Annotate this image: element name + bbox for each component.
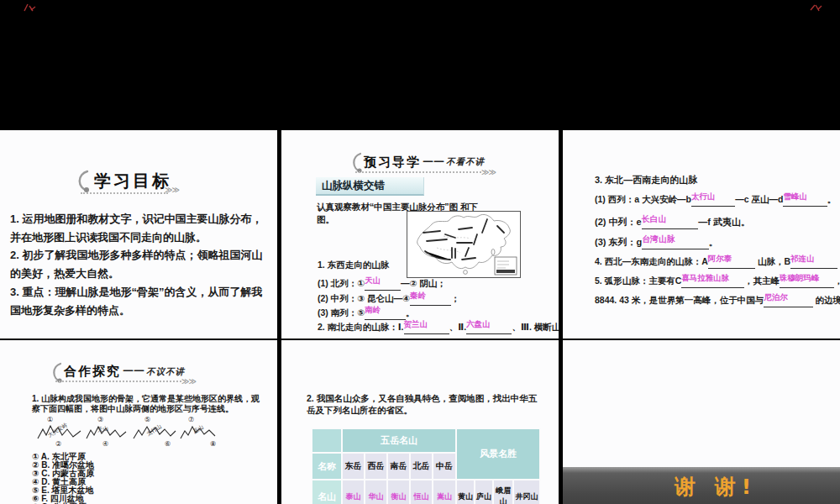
table-cell: 北岳 <box>411 454 432 479</box>
question-line: (2) 中列：③ 昆仑山—④秦岭； <box>318 293 459 306</box>
answer-text: 贺兰山 <box>404 319 428 328</box>
thanks-text: 谢 谢! <box>563 473 840 501</box>
objective-item: 2. 初步了解我国地形多种多样的特点；领略祖国河山的美好，热爱大自然。 <box>10 246 268 282</box>
q-text: —c 巫山—d <box>735 194 783 204</box>
q-text: 。 <box>827 194 837 204</box>
q-text: 2. 南北走向的山脉：Ⅰ. <box>318 322 404 332</box>
chevrons-icon: ≫≫ <box>165 186 179 194</box>
table-cell: 庐山 <box>475 480 492 504</box>
answer-blank: 长白山 <box>642 217 699 229</box>
answer-text: 太行山 <box>691 192 715 201</box>
title-subtitle: 不议不讲 <box>146 366 185 378</box>
answer-text: 雪峰山 <box>783 192 806 201</box>
q-text: (3) 东列：g <box>595 237 642 247</box>
question-line: (3) 南列：⑤南岭。 <box>318 307 415 320</box>
question-line: 5. 弧形山脉：主要有C喜马拉雅山脉，其主峰珠穆朗玛峰，海拔 <box>595 276 840 288</box>
answer-blank: 贺兰山 <box>404 322 449 334</box>
q-text: ； <box>451 293 460 303</box>
page-title: 预习导学 <box>364 155 421 171</box>
slide-page-4: 合作探究 —— 不议不讲 ≫≫ 1. 山脉构成我国地形的骨架，它通常是某些地形区… <box>0 340 277 504</box>
answer-text: 长白山 <box>642 214 667 223</box>
question-line: 2. 南北走向的山脉：Ⅰ.贺兰山、Ⅱ.六盘山、Ⅲ. 横断山脉。 <box>318 322 559 334</box>
table-cell: 峨眉山 <box>494 480 512 504</box>
q-text: (1) 西列：a 大兴安岭—b <box>595 194 691 204</box>
slide-page-1: 学习目标 ≫≫ 1. 运用地图册和教材文字，识记中国主要山脉分布，并在地形图上识… <box>0 130 277 339</box>
answer-blank: 阿尔泰 <box>708 256 755 269</box>
answer-text: 南岭 <box>365 305 381 314</box>
title-subtitle: 不看不讲 <box>446 156 485 168</box>
table-answer-cell: 衡山 <box>388 480 409 504</box>
answer-blank: 台湾山脉 <box>642 237 709 249</box>
answer-text: 六盘山 <box>466 319 490 328</box>
table-answer-cell: 华山 <box>365 480 386 504</box>
answer-blank: 太行山 <box>691 194 735 207</box>
table-group-header: 五岳名山 <box>343 429 455 452</box>
table-cell: 西岳 <box>365 454 386 479</box>
q-text: 、Ⅱ. <box>449 322 466 332</box>
q-text: ，其主峰 <box>744 276 780 286</box>
table-cell: 中岳 <box>433 454 455 479</box>
table-cell: 南岳 <box>388 454 409 479</box>
circled-number: ② <box>55 440 61 448</box>
mountain-figure: ⑤ 太行山 ⑥ <box>133 416 181 449</box>
q-text: 山脉，B <box>755 256 790 266</box>
mountains-table: 五岳名山 风景名胜 名称 东岳 西岳 南岳 北岳 中岳 名山 泰山 华山 衡山 … <box>311 428 541 504</box>
question-line: (3) 东列：g台湾山脉。 <box>595 236 718 249</box>
objective-item: 1. 运用地图册和教材文字，识记中国主要山脉分布，并在地形图上识读我国不同走向的… <box>10 210 268 246</box>
q-text: 的边境上。 <box>813 295 840 305</box>
table-cell: 东岳 <box>343 454 364 479</box>
circled-number: ⑧ <box>210 440 216 448</box>
answer-text: 秦岭 <box>410 291 426 300</box>
exercise-text: 2. 我国名山众多，又各自独具特色，查阅地图，找出中华五岳及下列名山所在的省区。 <box>307 392 542 416</box>
q-text: (1) 北列：① <box>318 278 365 288</box>
q-text: 。 <box>406 307 415 318</box>
q-text: (3) 南列：⑤ <box>318 307 365 318</box>
title-dash: —— <box>423 155 444 167</box>
crescent-icon <box>76 169 91 194</box>
mountain-figure: ① 大兴安岭 ② <box>37 416 86 449</box>
slide-page-3: 3. 东北—西南走向的山脉 (1) 西列：a 大兴安岭—b太行山—c 巫山—d雪… <box>563 130 840 339</box>
page-title: 合作探究 <box>64 364 121 380</box>
table-row-label: 名称 <box>312 454 341 479</box>
table-answer-cell: 嵩山 <box>433 480 455 504</box>
q-text: 8844. 43 米，是世界第一高峰，位于中国与 <box>595 295 764 305</box>
answer-text: 阿尔泰 <box>708 254 732 263</box>
q-text: (2) 中列：③ 昆仑山—④ <box>318 293 410 303</box>
q-text: 5. 弧形山脉：主要有C <box>595 276 681 286</box>
slide-grid-page: { "colors":{"answer_pink":"#d84fd2","tab… <box>0 0 840 504</box>
answer-text: 珠穆朗玛峰 <box>780 273 819 282</box>
red-mark-icon <box>22 3 37 13</box>
q-text: 、Ⅲ. 横断山脉。 <box>512 322 559 332</box>
slide-page-5: 2. 我国名山众多，又各自独具特色，查阅地图，找出中华五岳及下列名山所在的省区。… <box>281 340 559 504</box>
chevrons-icon: ≫≫ <box>481 168 496 176</box>
circled-number: ⑥ <box>165 440 171 448</box>
answer-text: 祁连山 <box>790 254 814 263</box>
table-answer-cell: 恒山 <box>411 480 432 504</box>
thanks-band: 谢 谢! <box>563 467 840 504</box>
exercise-text: 1. 山脉构成我国地形的骨架，它通常是某些地形区的界线，观察下面四幅图，将图中山… <box>32 394 267 413</box>
dotted-rule <box>355 171 481 173</box>
objective-item: 3. 重点：理解山脉是地形“骨架”的含义，从而了解我国地形复杂多样的特点。 <box>10 283 268 319</box>
question-line: (1) 北列：①天山—② 阴山； <box>318 278 446 291</box>
answer-blank: 珠穆朗玛峰 <box>780 276 834 288</box>
page-title: 学习目标 <box>94 170 171 192</box>
chevrons-icon: ≫≫ <box>181 377 196 386</box>
table-corner-cell <box>312 429 341 452</box>
question-line: (1) 西列：a 大兴安岭—b太行山—c 巫山—d雪峰山。 <box>595 194 836 207</box>
dotted-rule <box>55 381 181 382</box>
mountain-figure: ⑦ 巫山 ⑧ <box>180 416 228 449</box>
answer-blank: 秦岭 <box>410 293 451 306</box>
q-text: —f 武夷山。 <box>698 217 750 227</box>
table-row-label: 名山 <box>312 480 341 504</box>
answer-blank: 天山 <box>365 278 401 291</box>
title-dash: —— <box>123 364 144 376</box>
table-group-header: 风景名胜 <box>457 429 539 479</box>
answer-blank: 南岭 <box>365 307 406 320</box>
question-line: (2) 中列：e长白山—f 武夷山。 <box>595 216 750 229</box>
answer-blank: 六盘山 <box>466 322 512 334</box>
q-text: ，海拔 <box>834 276 840 286</box>
table-cell: 黄山 <box>457 480 474 504</box>
question-heading: 1. 东西走向的山脉 <box>318 260 389 271</box>
red-mark-icon <box>808 3 823 13</box>
table-cell: 井冈山 <box>514 480 539 504</box>
